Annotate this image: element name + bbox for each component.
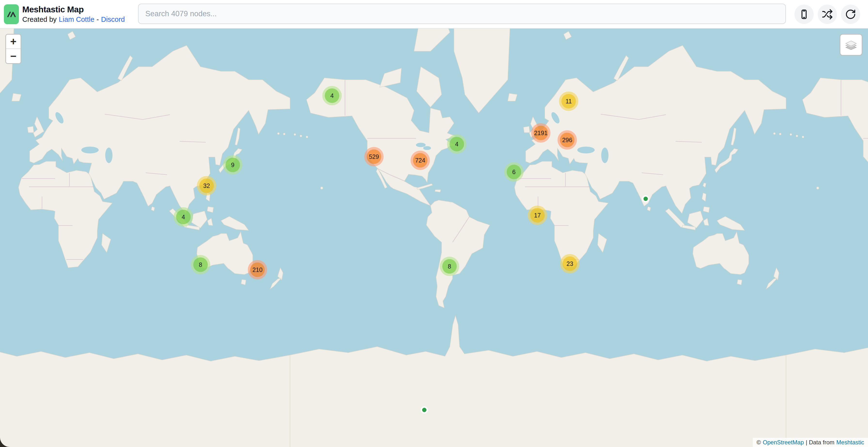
cluster-marker[interactable]: 4: [322, 86, 342, 105]
subtitle-prefix: Created by: [22, 14, 57, 24]
cluster-count-label: 32: [199, 179, 214, 193]
cluster-count-label: 724: [413, 153, 428, 167]
refresh-button[interactable]: [841, 5, 860, 24]
cluster-count-label: 6: [507, 165, 521, 179]
cluster-count-label: 8: [442, 259, 457, 274]
cluster-marker[interactable]: 6: [504, 162, 524, 182]
cluster-marker[interactable]: 4: [174, 207, 193, 227]
meshtastic-logo-icon: [6, 9, 17, 20]
cluster-count-label: 210: [250, 262, 265, 277]
zoom-control: + −: [5, 34, 21, 64]
map-canvas[interactable]: 4112191296452972496324178210823 + − © Op…: [0, 0, 868, 447]
cluster-marker[interactable]: 11: [559, 92, 578, 111]
shuffle-icon: [822, 9, 833, 20]
mobile-phone-icon: [799, 9, 810, 20]
cluster-marker[interactable]: 2191: [531, 123, 551, 142]
cluster-marker[interactable]: 8: [440, 257, 459, 276]
osm-link[interactable]: OpenStreetMap: [763, 439, 804, 446]
marker-layer: 4112191296452972496324178210823: [0, 0, 868, 447]
page-title: Meshtastic Map: [22, 4, 125, 14]
cluster-marker[interactable]: 296: [558, 130, 577, 150]
layers-control[interactable]: [840, 34, 862, 56]
header: Meshtastic Map Created by Liam Cottle - …: [0, 0, 868, 29]
cluster-marker[interactable]: 9: [223, 155, 242, 174]
cluster-count-label: 4: [325, 88, 339, 103]
cluster-marker[interactable]: 4: [447, 134, 466, 154]
node-marker[interactable]: [421, 406, 428, 414]
cluster-count-label: 2191: [533, 126, 548, 140]
search-input[interactable]: [138, 4, 786, 24]
author-link[interactable]: Liam Cottle: [59, 14, 94, 24]
map-attribution: © OpenStreetMap | Data from Meshtastic: [753, 438, 868, 447]
refresh-icon: [845, 9, 856, 20]
zoom-out-button[interactable]: −: [6, 49, 21, 63]
subtitle-separator: -: [97, 14, 99, 24]
cluster-count-label: 23: [563, 256, 577, 271]
cluster-count-label: 9: [225, 158, 240, 172]
meshtastic-logo: [4, 4, 19, 24]
cluster-marker[interactable]: 724: [410, 151, 430, 170]
cluster-count-label: 4: [176, 210, 191, 224]
cluster-count-label: 4: [450, 137, 464, 151]
meshtastic-link[interactable]: Meshtastic: [836, 439, 864, 446]
cluster-marker[interactable]: 32: [197, 176, 216, 195]
cluster-marker[interactable]: 8: [191, 255, 210, 274]
attribution-middle: | Data from: [806, 439, 834, 446]
cluster-count-label: 17: [530, 208, 545, 223]
cluster-marker[interactable]: 210: [248, 260, 267, 280]
cluster-marker[interactable]: 17: [528, 205, 547, 225]
cluster-marker[interactable]: 529: [364, 147, 383, 166]
cluster-count-label: 296: [560, 133, 575, 147]
node-marker[interactable]: [642, 195, 649, 202]
mobile-app-button[interactable]: [795, 5, 814, 24]
copyright-symbol: ©: [756, 439, 761, 446]
meshtastic-map-app: 4112191296452972496324178210823 + − © Op…: [0, 0, 868, 447]
cluster-count-label: 8: [193, 257, 208, 272]
cluster-marker[interactable]: 23: [560, 254, 580, 274]
layers-icon: [844, 38, 858, 52]
discord-link[interactable]: Discord: [101, 14, 125, 24]
cluster-count-label: 11: [561, 94, 576, 108]
cluster-count-label: 529: [367, 150, 381, 164]
page-subtitle: Created by Liam Cottle - Discord: [22, 14, 125, 24]
zoom-in-button[interactable]: +: [6, 35, 21, 49]
random-node-button[interactable]: [817, 5, 837, 24]
